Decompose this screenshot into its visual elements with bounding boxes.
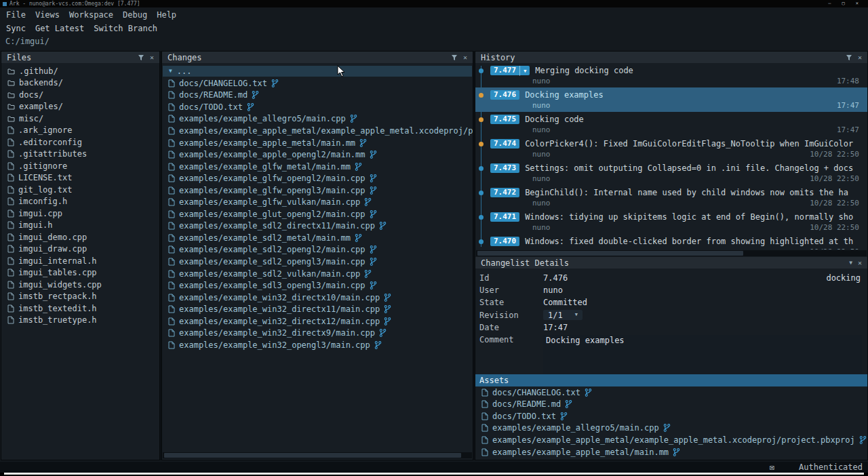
commit-version: 7.471 [494,212,516,222]
file-tree-item[interactable]: docs/ [1,89,159,101]
branch-icon [384,317,391,325]
changed-file-row[interactable]: examples/example_glut_opengl2/main.cpp [162,208,473,220]
revision-dropdown[interactable]: 1/1 ▼ [543,310,583,320]
file-tree-item[interactable]: backends/ [1,77,159,90]
chevron-down-icon[interactable]: ▼ [849,260,852,266]
changed-file-row[interactable]: examples/example_sdl2_opengl3/main.cpp [162,256,473,268]
toolbar-button[interactable]: Switch Branch [89,24,162,33]
file-tree-item[interactable]: git_log.txt [1,184,159,196]
changed-file-row[interactable]: examples/example_win32_opengl3/main.cpp [162,339,473,351]
asset-file-row[interactable]: examples/example_apple_opengl2/main.mm [475,458,867,460]
horizontal-scrollbar[interactable] [476,250,867,256]
changed-file-row[interactable]: examples/example_sdl2_vulkan/main.cpp [162,268,473,280]
filter-funnel-icon[interactable] [846,54,852,61]
file-tree-item[interactable]: .ark_ignore [1,125,159,137]
file-tree-item[interactable]: imstb_truetype.h [1,315,159,327]
history-commit-row[interactable]: 7.470 Windows: fixed double-clicked bord… [475,234,867,250]
file-tree-item[interactable]: imgui_tables.cpp [1,267,159,279]
close-panel-icon[interactable]: ✕ [858,260,862,266]
menu-item[interactable]: Help [152,10,181,20]
window-title: Ark - nuno@ark-vcs.com:Omega:dev [7.477] [9,1,140,7]
changed-file-row[interactable]: examples/example_sdl2_opengl2/main.cpp [162,244,473,256]
file-tree-item[interactable]: misc/ [1,113,159,125]
file-tree-item[interactable]: imconfig.h [1,196,159,208]
toolbar-button[interactable]: Sync [1,24,31,33]
file-tree-item[interactable]: .editorconfig [1,136,159,148]
changed-file-row[interactable]: examples/example_win32_directx11/main.cp… [162,303,473,315]
file-name: imgui_internal.h [18,256,97,266]
changed-file-row[interactable]: examples/example_apple_opengl2/main.mm [162,148,473,161]
menu-item[interactable]: Workspace [64,10,118,20]
changed-file-row[interactable]: examples/example_apple_metal/main.mm [162,137,473,149]
file-tree-item[interactable]: imgui_widgets.cpp [1,279,159,291]
changed-file-row[interactable]: examples/example_glfw_opengl3/main.cpp [162,184,473,197]
changed-file-row[interactable]: examples/example_glfw_vulkan/main.cpp [162,196,473,208]
history-commit-row[interactable]: 7.476 Docking examples nuno 17:47 [475,87,867,112]
assets-panel-header[interactable]: Assets [475,374,867,386]
menu-item[interactable]: Views [31,10,64,20]
file-tree-item[interactable]: imstb_rectpack.h [1,291,159,303]
changed-file-row[interactable]: examples/example_allegro5/main.cpp [162,113,473,125]
asset-file-row[interactable]: examples/example_apple_metal/example_app… [475,434,867,446]
file-tree-item[interactable]: imgui_demo.cpp [1,231,159,243]
mail-icon[interactable]: ✉ [770,462,774,472]
horizontal-scrollbar-thumb[interactable] [164,453,461,458]
file-tree-item[interactable]: .github/ [1,65,159,77]
changes-root-expander[interactable]: ▼ ... [163,66,472,77]
history-commit-row[interactable]: 7.477 Merging docking code nuno 17:48 [475,63,867,87]
commit-author: nuno [532,125,551,134]
detail-label: Revision [479,311,543,320]
close-panel-icon[interactable]: ✕ [150,54,154,61]
close-panel-icon[interactable]: ✕ [858,54,862,61]
changed-file-row[interactable]: examples/example_sdl2_metal/main.mm [162,232,473,244]
asset-file-row[interactable]: docs/README.md [475,399,867,411]
changed-file-row[interactable]: examples/example_win32_directx10/main.cp… [162,292,473,304]
commit-author: nuno [532,150,551,159]
changed-file-row[interactable]: docs/TODO.txt [162,101,473,113]
file-tree-item[interactable]: .gitignore [1,160,159,172]
file-tree-item[interactable]: imgui.cpp [1,207,159,220]
changed-file-row[interactable]: docs/README.md [162,90,473,102]
close-panel-icon[interactable]: ✕ [463,54,467,61]
filter-funnel-icon[interactable] [138,54,144,61]
minimize-button[interactable]: — [828,0,831,7]
commit-author: nuno [532,77,551,85]
history-commit-row[interactable]: 7.471 Windows: tidying up skipitems logi… [475,210,867,234]
changed-file-row[interactable]: examples/example_win32_directx9/main.cpp [162,327,473,339]
changed-file-row[interactable]: examples/example_glfw_opengl2/main.cpp [162,172,473,184]
changed-file-row[interactable]: examples/example_sdl2_directx11/main.cpp [162,220,473,233]
file-tree-item[interactable]: imstb_textedit.h [1,302,159,315]
filter-funnel-icon[interactable] [451,54,458,61]
file-tree-item[interactable]: .gitattributes [1,148,159,161]
menu-item[interactable]: Debug [118,10,152,20]
horizontal-scrollbar[interactable] [163,452,472,458]
file-tree-item[interactable]: LICENSE.txt [1,172,159,184]
asset-file-row[interactable]: docs/TODO.txt [475,410,867,422]
asset-file-row[interactable]: docs/CHANGELOG.txt [475,386,867,399]
changed-file-row[interactable]: examples/example_glfw_metal/main.mm [162,161,473,173]
history-commit-row[interactable]: 7.473 Settings: omit outputing Collapsed… [475,161,867,185]
close-window-button[interactable]: ✕ [856,0,859,7]
document-icon [168,270,175,278]
changed-file-row[interactable]: docs/CHANGELOG.txt [162,77,473,90]
file-tree-item[interactable]: imgui.h [1,220,159,232]
history-commit-row[interactable]: 7.472 BeginChild(): Internal name used b… [475,185,867,210]
changed-file-row[interactable]: examples/example_sdl3_opengl3/main.cpp [162,279,473,292]
asset-file-row[interactable]: examples/example_allegro5/main.cpp [475,422,867,435]
file-tree-item[interactable]: imgui_draw.cpp [1,243,159,256]
commit-version: 7.476 [494,90,516,100]
file-name: imgui.cpp [18,209,62,218]
changed-file-row[interactable]: examples/example_win32_directx12/main.cp… [162,315,473,328]
document-icon [168,151,175,159]
changed-file-row[interactable]: examples/example_apple_metal/example_app… [162,125,473,137]
toolbar-button[interactable]: Get Latest [31,24,89,33]
history-commit-row[interactable]: 7.475 Docking code nuno 17:47 [475,112,867,136]
asset-file-row[interactable]: examples/example_apple_metal/main.mm [475,446,867,458]
file-tree-item[interactable]: examples/ [1,101,159,113]
branch-icon [663,424,671,432]
menu-item[interactable]: File [1,10,31,20]
horizontal-scrollbar-thumb[interactable] [477,251,743,256]
maximize-button[interactable]: ▢ [842,0,845,7]
history-commit-row[interactable]: 7.474 ColorPicker4(): Fixed ImGuiColorEd… [475,136,867,161]
file-tree-item[interactable]: imgui_internal.h [1,255,159,267]
